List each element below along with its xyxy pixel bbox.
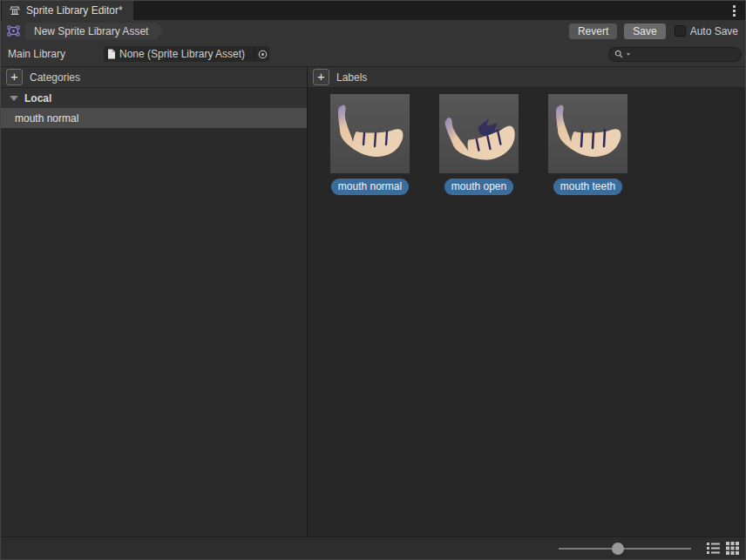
sprite-thumbnail: [439, 94, 519, 173]
sprite-library-editor-window: Sprite Library Editor* New Sprite Librar…: [0, 0, 746, 560]
sprite-cell-mouth-teeth[interactable]: mouth teeth: [533, 94, 642, 195]
labels-grid: mouth normal: [308, 88, 745, 536]
auto-save-label: Auto Save: [690, 25, 738, 37]
search-input[interactable]: [633, 48, 736, 60]
main-library-row: Main Library None (Sprite Library Asset): [1, 42, 745, 66]
add-label-button[interactable]: [313, 69, 329, 85]
categories-list: Local mouth normal: [1, 88, 307, 536]
search-field[interactable]: [608, 47, 742, 62]
breadcrumb[interactable]: New Sprite Library Asset: [25, 23, 164, 40]
sprite-cell-mouth-open[interactable]: mouth open: [424, 94, 533, 195]
kebab-menu-icon[interactable]: [722, 1, 745, 20]
tab-title: Sprite Library Editor*: [26, 4, 123, 17]
breadcrumb-label: New Sprite Library Asset: [34, 25, 148, 37]
tab-bar: Sprite Library Editor*: [1, 1, 745, 20]
revert-button[interactable]: Revert: [569, 24, 617, 39]
document-icon: [107, 49, 116, 59]
slider-track[interactable]: [559, 548, 691, 550]
chevron-down-icon: [10, 96, 18, 101]
sprite-thumbnail: [548, 94, 627, 173]
list-view-icon[interactable]: [706, 541, 721, 556]
categories-title: Categories: [30, 71, 80, 84]
object-picker-icon[interactable]: [254, 46, 269, 62]
category-row-mouth-normal[interactable]: mouth normal: [1, 108, 307, 128]
tab-bar-spacer: [133, 1, 722, 20]
library-building-icon: [9, 4, 21, 17]
category-row-label: mouth normal: [15, 112, 78, 125]
object-field-value-area: None (Sprite Library Asset): [104, 48, 254, 60]
auto-save-checkbox[interactable]: [675, 25, 686, 37]
local-foldout[interactable]: Local: [1, 88, 307, 108]
main-library-label: Main Library: [8, 48, 104, 60]
sprite-cell-mouth-normal[interactable]: mouth normal: [315, 94, 424, 195]
sprite-thumbnail: [330, 94, 410, 173]
add-category-button[interactable]: [6, 69, 23, 85]
main-library-object-field[interactable]: None (Sprite Library Asset): [104, 46, 269, 62]
grid-view-icon[interactable]: [725, 541, 740, 556]
save-button[interactable]: Save: [624, 24, 665, 39]
editor-panels: Categories Local mouth normal Labels: [1, 66, 745, 536]
categories-header: Categories: [1, 66, 307, 88]
bottom-bar: [1, 536, 745, 559]
search-icon: [614, 50, 624, 59]
slider-handle[interactable]: [612, 543, 624, 555]
auto-save-toggle[interactable]: Auto Save: [675, 25, 738, 37]
sprite-library-asset-icon: [6, 24, 21, 38]
local-foldout-label: Local: [24, 92, 51, 105]
search-filter-caret-icon: [626, 52, 631, 57]
sprite-label-badge: mouth normal: [331, 179, 409, 195]
tab-sprite-library-editor[interactable]: Sprite Library Editor*: [2, 1, 133, 20]
labels-header: Labels: [308, 66, 745, 88]
labels-title: Labels: [336, 71, 367, 84]
labels-panel: Labels: [308, 66, 745, 536]
object-field-value: None (Sprite Library Asset): [119, 48, 245, 60]
sprite-label-badge: mouth open: [444, 179, 513, 195]
thumbnail-size-slider[interactable]: [559, 543, 691, 555]
categories-panel: Categories Local mouth normal: [1, 66, 307, 536]
toolbar: New Sprite Library Asset Revert Save Aut…: [1, 20, 745, 42]
sprite-label-badge: mouth teeth: [553, 179, 622, 195]
